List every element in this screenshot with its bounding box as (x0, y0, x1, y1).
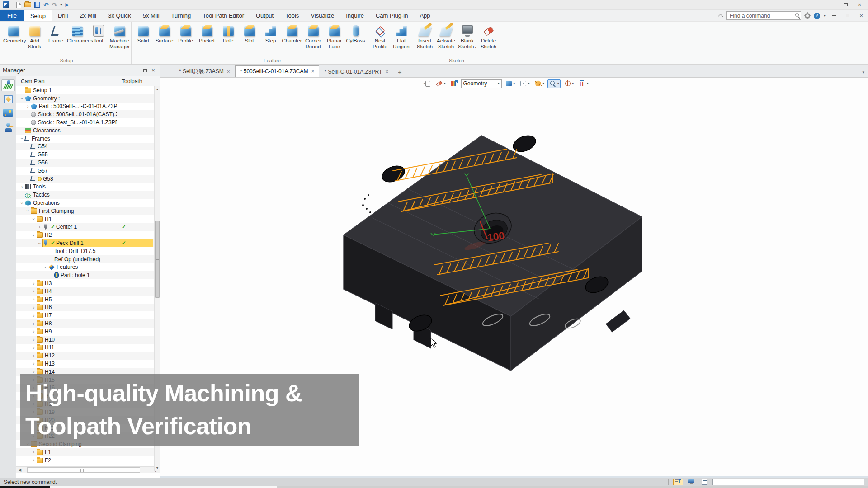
ribbon-button-chamfer[interactable]: Chamfer (281, 22, 302, 44)
tree-row-h4[interactable]: ›H4 (16, 287, 154, 296)
tree-row-stock-500sell-01-01a-cast-z3[interactable]: Stock : 500Sell...01-01A(CAST).Z3 (16, 110, 154, 118)
ribbon-button-hole[interactable]: Hole (217, 22, 239, 44)
exit-icon[interactable] (422, 79, 432, 88)
open-file-icon[interactable] (24, 2, 31, 7)
ribbon-button-activate-sketch[interactable]: ActivateSketch (435, 22, 457, 50)
ribbon-button-solid[interactable]: Solid (132, 22, 154, 44)
tree-row-g58[interactable]: G58 (16, 175, 154, 183)
doc-close-button[interactable]: × (856, 12, 866, 20)
ribbon-button-tool[interactable]: Tool (88, 22, 109, 44)
ribbon-button-add-stock[interactable]: AddStock (24, 22, 45, 50)
tree-row-tool-drill-d17-5[interactable]: Tool : Drill_D17.5 (16, 247, 154, 255)
ribbon-button-corner-round[interactable]: CornerRound (302, 22, 324, 50)
tree-row-f1[interactable]: ›F1 (16, 448, 154, 456)
horizontal-scrollbar[interactable]: ◀ ▶ (16, 466, 160, 473)
menu-tab-inquire[interactable]: Inquire (340, 10, 370, 21)
expander-icon[interactable]: › (31, 345, 37, 350)
tree-row-h9[interactable]: ›H9 (16, 328, 154, 336)
tree-row-frames[interactable]: ›Frames (16, 135, 154, 143)
ribbon-button-profile[interactable]: Profile (175, 22, 196, 44)
ribbon-button-nest-profile[interactable]: NestProfile (369, 22, 391, 50)
doc-tab-500selli-c-01-01a-z3cam[interactable]: * 500SellI-C-01-01A.Z3CAM× (235, 65, 320, 77)
new-file-icon[interactable] (16, 2, 21, 8)
redo-icon[interactable]: ↷ (52, 3, 57, 7)
tree-row-h5[interactable]: ›H5 (16, 296, 154, 304)
ribbon-button-frame[interactable]: Frame (45, 22, 66, 44)
close-icon[interactable]: × (311, 69, 314, 74)
menu-tab-file[interactable]: File (0, 10, 24, 21)
status-input[interactable] (712, 479, 864, 485)
expander-icon[interactable]: › (31, 305, 37, 310)
close-icon[interactable]: × (227, 69, 230, 75)
tree-row-h8[interactable]: ›H8 (16, 319, 154, 328)
menu-tab-turning[interactable]: Turning (165, 10, 197, 21)
tree-row-h13[interactable]: ›H13 (16, 360, 154, 368)
expander-icon[interactable]: › (43, 264, 48, 270)
tree-row-g57[interactable]: G57 (16, 167, 154, 175)
menu-tab-drill[interactable]: Drill (52, 10, 74, 21)
expander-icon[interactable]: › (37, 240, 42, 246)
dropdown-caret-icon[interactable]: ▾ (474, 46, 476, 49)
menu-tab-2x-mill[interactable]: 2x Mill (74, 10, 102, 21)
expander-icon[interactable]: › (19, 95, 24, 101)
monitor-icon[interactable] (686, 479, 696, 485)
ribbon-button-slot[interactable]: Slot (239, 22, 260, 44)
scroll-thumb[interactable] (155, 221, 160, 298)
ribbon-button-flat-region[interactable]: FlatRegion (391, 22, 412, 50)
menu-tab-visualize[interactable]: Visualize (305, 10, 340, 21)
tree-row-h3[interactable]: ›H3 (16, 279, 154, 287)
manager-toggle-icon[interactable] (673, 479, 683, 485)
menu-tab-5x-mill[interactable]: 5x Mill (137, 10, 165, 21)
report-icon[interactable] (699, 479, 709, 485)
expander-icon[interactable]: › (25, 104, 31, 109)
expander-icon[interactable]: › (19, 184, 25, 189)
expander-icon[interactable]: › (31, 216, 36, 222)
tree-row-h10[interactable]: ›H10 (16, 336, 154, 344)
measure-icon[interactable]: ▾ (577, 79, 590, 88)
tree-row-stock-rest-st-01-01a-1-z3prt[interactable]: Stock : Rest_St...-01-01A.1.Z3PRT (16, 118, 154, 127)
ribbon-button-cylboss[interactable]: CylBoss (345, 22, 366, 44)
new-tab-button[interactable]: + (393, 69, 406, 77)
scroll-left-arrow[interactable]: ◀ (16, 468, 24, 472)
expander-icon[interactable]: › (31, 458, 37, 463)
expander-icon[interactable]: › (31, 321, 37, 326)
tree-row-h1[interactable]: ›H1 (16, 215, 154, 223)
tree-row-h6[interactable]: ›H6 (16, 304, 154, 312)
gear-icon[interactable] (805, 13, 810, 19)
menu-tab-3x-quick[interactable]: 3x Quick (102, 10, 137, 21)
customize-caret-icon[interactable]: ▾ (60, 3, 62, 7)
help-icon[interactable]: ? (814, 13, 820, 19)
doc-restore-button[interactable] (843, 12, 853, 20)
tree-row-features[interactable]: ›Features (16, 263, 154, 272)
ribbon-button-pocket[interactable]: Pocket (196, 22, 217, 44)
help-caret-icon[interactable]: ▾ (824, 14, 826, 18)
play-icon[interactable]: ▶ (65, 2, 69, 8)
ribbon-button-delete-sketch[interactable]: DeleteSketch (478, 22, 499, 50)
menu-tab-app[interactable]: App (414, 10, 436, 21)
tree-row-f2[interactable]: ›F2 (16, 456, 154, 465)
expander-icon[interactable]: › (31, 329, 37, 334)
window-close-button[interactable]: × (853, 0, 866, 9)
visualize-manager-icon[interactable] (1, 107, 15, 119)
geometry-manager-icon[interactable] (1, 93, 15, 105)
tree-row-tactics[interactable]: Tactics (16, 191, 154, 199)
tree-row-first-clamping[interactable]: ›First Clamping (16, 207, 154, 215)
expander-icon[interactable]: › (31, 232, 36, 238)
ribbon-button-planar-face[interactable]: PlanarFace (324, 22, 345, 50)
close-icon[interactable]: × (385, 69, 388, 75)
ribbon-button-blank-sketch[interactable]: BlankSketch ▾ (457, 22, 478, 51)
tree-row-g56[interactable]: G56 (16, 159, 154, 167)
doc-tab-selli-z3asm[interactable]: * SellI总装.Z3ASM× (174, 66, 235, 77)
tree-row-peck-drill-1[interactable]: ›✓Peck Drill 1✓ (16, 239, 154, 247)
ribbon-button-geometry[interactable]: Geometry (3, 22, 24, 44)
expander-icon[interactable]: › (31, 313, 37, 318)
tree-row-tools[interactable]: ›Tools (16, 183, 154, 191)
scroll-down-arrow[interactable]: ▼ (156, 465, 159, 471)
menu-tab-output[interactable]: Output (250, 10, 279, 21)
expander-icon[interactable]: › (31, 297, 37, 302)
ribbon-button-surface[interactable]: Surface (154, 22, 175, 44)
find-command-input[interactable] (726, 11, 801, 20)
scroll-thumb[interactable] (27, 467, 140, 473)
scroll-up-arrow[interactable]: ▲ (156, 86, 159, 92)
tree-row-operations[interactable]: ›Operations (16, 199, 154, 207)
